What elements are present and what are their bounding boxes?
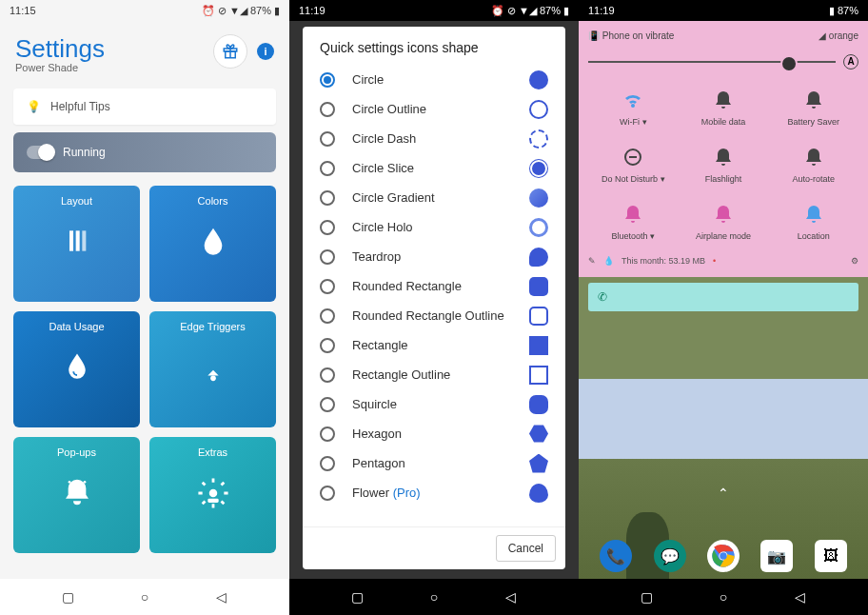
running-toggle[interactable] [27,146,53,159]
tile-colors[interactable]: Colors [149,186,276,302]
data-usage[interactable]: This month: 53.19 MB [621,256,705,266]
option-rr[interactable]: Rounded Rectangle [303,271,565,301]
data-icon: 💧 [603,256,614,266]
qs-tile[interactable]: Airplane mode [679,203,769,241]
status-time: 11:19 [299,5,326,16]
radio-icon [320,338,335,353]
shape-preview-icon [529,366,548,385]
option-cs[interactable]: Circle Slice [303,153,565,183]
shape-preview-icon [529,188,548,208]
nav-home[interactable]: ○ [425,588,443,605]
tile-label: Layout [61,195,92,207]
chrome-app-icon[interactable] [707,540,740,572]
tile-extras[interactable]: Extras [149,437,276,553]
shape-dialog-screen: 11:19 ⏰ ⊘ ▼◢ 87% ▮ Quick settings icons … [289,0,579,615]
option-label: Rounded Rectangle Outline [352,308,512,323]
nav-bar: ▢ ○ ◁ [289,579,579,615]
option-td[interactable]: Teardrop [303,242,565,271]
qs-tile[interactable]: Wi-Fi ▾ [588,89,679,127]
option-co[interactable]: Circle Outline [303,94,565,124]
option-ro[interactable]: Rectangle Outline [303,360,565,389]
option-hex[interactable]: Hexagon [303,419,565,448]
nav-bar: ▢ ○ ◁ [579,579,868,615]
option-label: Rectangle Outline [352,367,512,382]
svg-rect-3 [75,230,79,250]
option-fl[interactable]: Flower (Pro) [303,478,565,507]
option-r[interactable]: Rectangle [303,330,565,360]
photos-app-icon[interactable]: 🖼 [815,540,847,572]
colors-icon [198,226,228,263]
qs-tile[interactable]: Auto-rotate [768,146,858,184]
auto-brightness[interactable]: A [843,54,858,69]
qs-tile[interactable]: Bluetooth ▾ [588,203,679,241]
tile-layout[interactable]: Layout [13,186,140,302]
options-list: Circle Circle Outline Circle Dash Circle… [303,65,565,526]
nav-back[interactable]: ◁ [503,588,520,605]
qs-panel: 📳 Phone on vibrate ◢ orange A Wi-Fi ▾ Mo… [579,21,868,277]
tile-edge[interactable]: Edge Triggers [149,311,276,427]
shape-preview-icon [529,425,548,444]
option-label: Circle Dash [352,131,512,146]
messages-app-icon[interactable]: 💬 [654,540,686,572]
nav-back[interactable]: ◁ [213,588,230,605]
svg-rect-9 [207,499,218,503]
qs-icon [621,146,644,169]
radio-icon [320,456,335,471]
nav-recent[interactable]: ▢ [639,588,656,605]
tile-popups[interactable]: Pop-ups [13,437,140,553]
qs-tile[interactable]: Battery Saver [768,89,858,127]
nav-back[interactable]: ◁ [792,588,809,605]
nav-recent[interactable]: ▢ [349,588,366,605]
info-icon[interactable]: i [257,43,274,60]
brightness-slider[interactable]: A [588,49,858,81]
qs-label: Do Not Disturb ▾ [602,174,665,184]
cancel-button[interactable]: Cancel [496,535,556,562]
qs-tile[interactable]: Mobile data [679,89,769,127]
qs-tile[interactable]: Do Not Disturb ▾ [588,146,679,184]
helpful-tips-bar[interactable]: 💡 Helpful Tips [13,89,276,125]
radio-icon [320,102,335,117]
settings-icon[interactable]: ⚙ [851,256,858,266]
option-circle[interactable]: Circle [303,65,565,94]
nav-recent[interactable]: ▢ [60,588,77,605]
option-cg[interactable]: Circle Gradient [303,183,565,212]
dock: 📞 💬 📷 🖼 [579,533,868,579]
option-label: Teardrop [352,249,512,264]
qs-label: Airplane mode [696,231,751,241]
nav-home[interactable]: ○ [136,588,153,605]
phone-app-icon[interactable]: 📞 [600,540,632,572]
svg-point-5 [210,376,216,382]
shape-preview-icon [529,336,548,355]
whatsapp-icon: ✆ [598,290,607,304]
option-label: Circle Outline [352,102,512,116]
radio-icon [320,367,335,383]
option-pent[interactable]: Pentagon [303,448,565,478]
gift-button[interactable] [213,34,247,69]
qs-tile[interactable]: Flashlight [679,146,769,184]
qs-icon [712,203,735,226]
option-sq[interactable]: Squircle [303,389,565,419]
option-cd[interactable]: Circle Dash [303,124,565,153]
camera-app-icon[interactable]: 📷 [760,540,793,572]
chevron-up-icon[interactable]: ⌃ [718,486,729,501]
running-bar[interactable]: Running [13,132,276,172]
option-ch[interactable]: Circle Holo [303,212,565,242]
whatsapp-notification[interactable]: ✆ [588,283,858,311]
nav-home[interactable]: ○ [715,588,732,605]
qs-icon [621,89,644,111]
quick-settings-screen: 11:19 ▮ 87% 📳 Phone on vibrate ◢ orange … [579,0,868,615]
edit-icon[interactable]: ✎ [588,256,596,266]
tile-label: Edge Triggers [180,321,245,332]
radio-icon [320,249,335,265]
option-label: Rectangle [352,338,512,352]
radio-icon [320,486,335,501]
status-time: 11:15 [10,5,36,16]
radio-icon [320,308,335,324]
qs-label: Battery Saver [787,117,839,127]
qs-tile[interactable]: Location [768,203,858,241]
option-rro[interactable]: Rounded Rectangle Outline [303,301,565,330]
radio-icon [320,161,335,176]
tile-data[interactable]: Data Usage [13,311,140,427]
tips-label: Helpful Tips [50,100,110,113]
extras-icon [197,477,229,516]
